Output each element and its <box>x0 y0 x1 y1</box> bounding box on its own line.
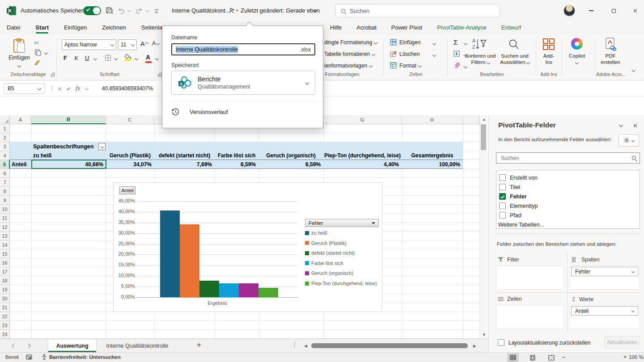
fx-dropdown-icon[interactable] <box>85 87 89 90</box>
row-header-18[interactable]: 18 <box>0 276 10 285</box>
clear-icon[interactable] <box>453 62 460 68</box>
ribbon-tab-datei[interactable]: Datei <box>7 21 20 34</box>
chart-bar-6[interactable] <box>258 288 278 297</box>
font-dialog-launcher[interactable] <box>157 72 161 76</box>
row-header-6[interactable]: 6 <box>0 169 10 178</box>
copilot-icon[interactable] <box>571 38 583 50</box>
bold-button[interactable]: F <box>64 55 67 61</box>
autosum-dropdown-icon[interactable] <box>464 42 467 45</box>
collapse-ribbon-icon[interactable] <box>632 68 636 72</box>
cancel-formula-icon[interactable] <box>57 87 61 91</box>
values-field-pill[interactable]: Anteil <box>571 306 638 316</box>
add-sheet-button[interactable]: + <box>197 341 201 349</box>
zoom-in-button[interactable]: + <box>623 354 627 360</box>
pivot-row-label[interactable]: Anteil <box>12 160 26 169</box>
clipboard-dialog-launcher[interactable] <box>51 72 55 76</box>
fill-down-icon[interactable] <box>453 51 460 57</box>
document-title[interactable]: Interne Qualitätskont... <box>172 0 230 21</box>
row-header-16[interactable]: 16 <box>0 258 10 267</box>
fill-color-icon[interactable] <box>124 54 131 59</box>
cell-styles-button[interactable]: lenformatvorlagen <box>324 63 372 69</box>
row-header-3[interactable]: 3 <box>0 142 10 151</box>
pane-tools-button[interactable] <box>619 134 639 147</box>
underline-button[interactable]: U <box>85 55 89 61</box>
filter-drop-area[interactable] <box>496 265 564 290</box>
ribbon-tab-pivottable-analyse[interactable]: PivotTable-Analyse <box>437 21 487 34</box>
font-color-icon[interactable]: A <box>146 54 150 61</box>
page-layout-view-button[interactable] <box>527 353 538 362</box>
pivot-value-cell[interactable]: 6,59% <box>258 160 321 169</box>
columns-field-pill[interactable]: Fehler <box>571 267 638 276</box>
prev-sheet-icon[interactable] <box>12 344 17 348</box>
macro-record-icon[interactable] <box>26 354 32 361</box>
chart-bar-1[interactable] <box>160 210 180 297</box>
font-color-dropdown-icon[interactable] <box>155 57 159 60</box>
column-header-C[interactable]: C <box>106 115 154 124</box>
sort-filter-button[interactable]: Sortieren und Filtern <box>463 53 497 65</box>
quick-access-more-icon[interactable] <box>154 8 159 16</box>
legend-item[interactable]: Geruch (organisch) <box>305 270 353 276</box>
create-pdf-button[interactable]: PDFerstellen <box>597 53 624 65</box>
pane-close-icon[interactable] <box>633 123 638 128</box>
find-select-icon[interactable] <box>508 38 520 50</box>
underline-dropdown-icon[interactable] <box>93 57 97 60</box>
scroll-down-icon[interactable]: ▼ <box>482 333 486 337</box>
row-header-19[interactable]: 19 <box>0 285 10 294</box>
save-icon[interactable] <box>106 7 113 16</box>
ribbon-tab-zeichnen[interactable]: Zeichnen <box>102 21 126 34</box>
legend-item[interactable]: Piep-Ton (durchgehend, leise) <box>305 281 377 286</box>
column-header-H[interactable]: H <box>402 115 463 124</box>
pane-collapse-icon[interactable] <box>619 123 623 127</box>
autosum-icon[interactable]: Σ <box>453 38 458 46</box>
maximize-button[interactable] <box>610 7 617 14</box>
row-header-11[interactable]: 11 <box>0 214 10 223</box>
chart-bar-4[interactable] <box>219 283 239 297</box>
pivot-value-cell[interactable]: 100,00% <box>402 160 460 169</box>
pivot-value-cell[interactable]: 34,07% <box>106 160 152 169</box>
autosave-toggle[interactable] <box>83 6 101 15</box>
addins-button[interactable]: Add-Ins <box>537 53 561 65</box>
select-all-corner[interactable] <box>0 115 10 124</box>
row-header-20[interactable]: 20 <box>0 294 10 303</box>
pivot-chart[interactable]: Anteil 45,00%40,00%35,00%30,00%25,00%20,… <box>113 182 382 312</box>
format-painter-icon[interactable] <box>34 60 41 67</box>
accessibility-status[interactable]: Barrierefreiheit: Untersuchen <box>49 354 121 360</box>
fill-handle[interactable] <box>104 167 107 169</box>
column-header-G[interactable]: G <box>323 115 402 124</box>
pivot-header-cell[interactable]: Piep-Ton (durchgehend, leise) <box>323 151 402 160</box>
last-modified-label[interactable]: Zuletzt geändert: Gerade eben <box>241 0 320 21</box>
sort-filter-icon[interactable]: AZ <box>471 38 487 51</box>
ribbon-tab-start[interactable]: Start <box>35 21 49 34</box>
field-row-pfad[interactable]: Pfad <box>499 210 521 220</box>
borders-dropdown-icon[interactable] <box>114 57 118 60</box>
ribbon-tab-entwurf[interactable]: Entwurf <box>501 21 521 34</box>
field-row-fehler[interactable]: Fehler <box>499 192 527 201</box>
undo-dropdown-icon[interactable] <box>127 8 131 12</box>
ribbon-tab-acrobat[interactable]: Acrobat <box>356 21 377 34</box>
row-header-2[interactable]: 2 <box>0 133 10 142</box>
horizontal-scroll-thumb[interactable] <box>311 343 468 348</box>
pivot-value-cell[interactable]: 4,40% <box>323 160 399 169</box>
undo-icon[interactable] <box>117 6 125 16</box>
legend-item[interactable]: zu heiß <box>305 230 327 236</box>
defer-layout-row[interactable]: Layoutaktualisierung zurückstellen <box>498 339 590 346</box>
ribbon-tab-power-pivot[interactable]: Power Pivot <box>391 21 422 34</box>
grow-font-icon[interactable]: A <box>140 40 148 47</box>
redo-dropdown-icon[interactable] <box>145 8 149 12</box>
zoom-level[interactable]: 100 % <box>629 354 644 360</box>
pivot-header-cell[interactable]: Geruch (organisch) <box>258 151 323 160</box>
field-checkbox[interactable] <box>499 174 506 181</box>
insert-function-icon[interactable]: fx <box>76 85 80 92</box>
pivot-col-labels-cell[interactable]: Spaltenbeschriftungen <box>33 142 105 151</box>
copy-dropdown-icon[interactable] <box>44 51 48 55</box>
pivot-value-cell[interactable]: 7,69% <box>154 160 212 169</box>
rows-drop-area[interactable] <box>496 305 564 329</box>
version-history-item[interactable]: Versionsverlauf <box>171 108 228 116</box>
pane-search-input[interactable] <box>500 155 625 162</box>
close-button[interactable] <box>631 7 639 14</box>
pivot-filter-button[interactable] <box>98 143 106 150</box>
field-row-erstellt-von[interactable]: Erstellt von <box>499 173 538 182</box>
row-header-1[interactable]: 1 <box>0 124 10 133</box>
cut-icon[interactable]: ✂ <box>34 39 39 46</box>
row-header-7[interactable]: 7 <box>0 178 10 187</box>
